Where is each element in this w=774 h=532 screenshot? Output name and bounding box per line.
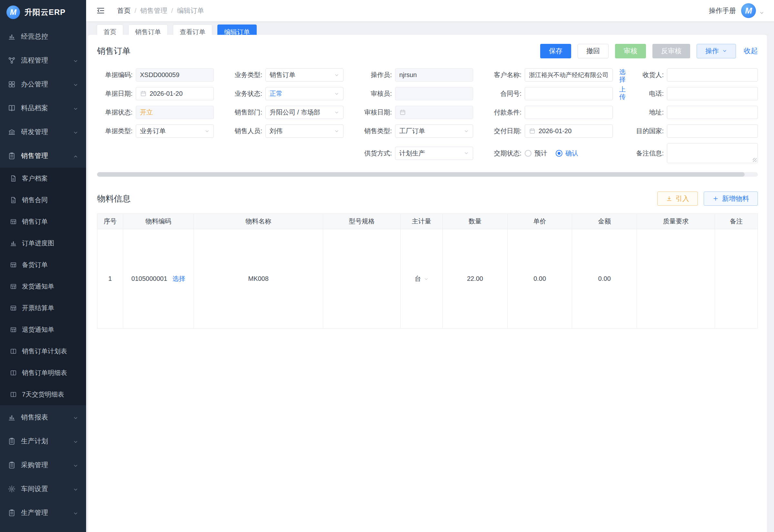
save-button[interactable]: 保存 (540, 44, 571, 58)
withdraw-button[interactable]: 撤回 (578, 44, 609, 58)
actions-dropdown-button[interactable]: 操作 (697, 44, 736, 58)
cell-qty[interactable]: 22.00 (443, 229, 508, 329)
sidebar-item-order-progress[interactable]: 订单进度图 (0, 232, 86, 254)
cell-price[interactable]: 0.00 (507, 229, 572, 329)
customer-value: 浙江裕兴不动产经纪有限公司 (529, 71, 609, 79)
clipboard-icon (8, 509, 16, 517)
horizontal-scrollbar (97, 172, 758, 177)
cell-quality[interactable] (637, 229, 715, 329)
sidebar-item-rd-mgmt[interactable]: 研发管理 (0, 120, 86, 144)
sidebar-item-sales-mgmt[interactable]: 销售管理 (0, 144, 86, 168)
consignee-input[interactable] (667, 68, 758, 82)
radio-expected[interactable]: 预计 (525, 149, 547, 158)
add-material-button[interactable]: 新增物料 (704, 192, 758, 206)
sidebar-item-sales-contract[interactable]: 销售合同 (0, 189, 86, 211)
field-label: 销售类型: (356, 127, 395, 135)
breadcrumb: 首页 销售管理 编辑订单 (117, 6, 204, 15)
bank-icon (8, 128, 16, 136)
sidebar-item-invoice-settle[interactable]: 开票结算单 (0, 297, 86, 319)
audit-button[interactable]: 审核 (615, 44, 646, 58)
doc-no-value: XSDD000059 (140, 71, 179, 79)
avatar[interactable]: M (741, 3, 756, 18)
chevron-down-icon[interactable] (759, 10, 764, 15)
radio-confirmed[interactable]: 确认 (556, 149, 578, 158)
supply-mode-select[interactable]: 计划生产 (395, 147, 473, 160)
customer-input[interactable]: 浙江裕兴不动产经纪有限公司 (525, 68, 613, 82)
card-header: 销售订单 保存 撤回 审核 反审核 操作 收起 (97, 35, 758, 67)
doc-no-input[interactable]: XSDD000059 (136, 68, 214, 82)
reverse-audit-button[interactable]: 反审核 (652, 44, 690, 58)
material-select-link[interactable]: 选择 (173, 275, 185, 282)
cell-material-name[interactable]: MK008 (193, 229, 323, 329)
calendar-icon (399, 109, 406, 116)
app-logo-icon: M (6, 5, 20, 19)
breadcrumb-home[interactable]: 首页 (117, 6, 131, 15)
sidebar-item-sales-order-detail[interactable]: 销售订单明细表 (0, 362, 86, 384)
scrollbar-thumb[interactable] (97, 172, 745, 177)
app-logo[interactable]: M 升阳云ERP (0, 0, 86, 25)
col-price: 单价 (507, 214, 572, 229)
sidebar-item-sales-order[interactable]: 销售订单 (0, 211, 86, 232)
cell-spec[interactable] (323, 229, 401, 329)
main-card: 销售订单 保存 撤回 审核 反审核 操作 收起 单据编码: XSDD000059… (88, 35, 767, 532)
col-seq: 序号 (97, 214, 123, 229)
sales-submenu: 客户档案 销售合同 销售订单 订单进度图 备货订单 发货通知单 开票结算单 退 (0, 168, 86, 405)
sidebar-item-label: 订单进度图 (22, 239, 54, 248)
sidebar-item-delivery-notice[interactable]: 发货通知单 (0, 276, 86, 297)
sidebar-item-sales-report[interactable]: 销售报表 (0, 405, 86, 429)
sidebar-item-stock-order[interactable]: 备货订单 (0, 254, 86, 276)
sidebar-item-workshop-settings[interactable]: 车间设置 (0, 477, 86, 501)
col-material-code: 物料编码 (123, 214, 193, 229)
sidebar-item-label: 研发管理 (21, 127, 48, 136)
sidebar-item-production-mgmt[interactable]: 生产管理 (0, 501, 86, 525)
sales-dept-select[interactable]: 升阳公司 / 市场部 (265, 106, 343, 119)
doc-type-select[interactable]: 业务订单 (136, 124, 214, 138)
dest-country-input[interactable] (667, 124, 758, 138)
collapse-link[interactable]: 收起 (744, 46, 758, 56)
sidebar-item-business-overview[interactable]: 经营总控 (0, 25, 86, 48)
operator-input[interactable]: njrsun (395, 68, 473, 82)
sidebar-item-office-mgmt[interactable]: 办公管理 (0, 72, 86, 96)
address-input[interactable] (667, 106, 758, 119)
sidebar-item-seven-day-delivery[interactable]: 7天交货明细表 (0, 384, 86, 405)
biz-status-select[interactable]: 正常 (265, 87, 343, 100)
sidebar-item-customer-archive[interactable]: 客户档案 (0, 168, 86, 189)
sidebar-item-material-archive[interactable]: 料品档案 (0, 96, 86, 120)
chevron-down-icon (73, 82, 78, 87)
delivery-date-input[interactable]: 2026-01-20 (525, 124, 613, 138)
col-qty: 数量 (443, 214, 508, 229)
breadcrumb-sales-mgmt[interactable]: 销售管理 (131, 6, 167, 15)
customer-select-link[interactable]: 选择 (619, 68, 626, 83)
sidebar-item-purchase-mgmt[interactable]: 采购管理 (0, 453, 86, 477)
remark-textarea[interactable] (667, 143, 758, 163)
contract-no-input[interactable] (525, 87, 613, 100)
chevron-down-icon (334, 129, 339, 134)
sidebar-item-process-mgmt[interactable]: 流程管理 (0, 48, 86, 72)
cell-unit[interactable]: 台 (401, 229, 443, 329)
import-button[interactable]: 引入 (657, 192, 698, 206)
material-code-value: 0105000001 (131, 275, 167, 282)
sidebar-item-sales-order-plan[interactable]: 销售订单计划表 (0, 340, 86, 362)
field-customer: 客户名称: 浙江裕兴不动产经纪有限公司 选择 上传 (486, 68, 628, 82)
columns-icon (10, 369, 17, 377)
payment-terms-input[interactable] (525, 106, 613, 119)
biz-type-value: 销售订单 (270, 71, 295, 79)
cell-remark[interactable] (715, 229, 758, 329)
manual-link[interactable]: 操作手册 (709, 6, 736, 15)
sidebar-item-production-plan[interactable]: 生产计划 (0, 429, 86, 453)
salesperson-select[interactable]: 刘伟 (265, 124, 343, 138)
chart-icon (8, 33, 16, 41)
sales-type-select[interactable]: 工厂订单 (395, 124, 473, 138)
sidebar-item-return-notice[interactable]: 退货通知单 (0, 319, 86, 340)
customer-upload-link[interactable]: 上传 (619, 86, 626, 101)
audit-date-input[interactable] (395, 106, 473, 119)
auditor-input[interactable] (395, 87, 473, 100)
sidebar-item-clipped[interactable] (0, 525, 86, 532)
doc-date-input[interactable]: 2026-01-20 (136, 87, 214, 100)
sales-dept-value: 升阳公司 / 市场部 (270, 108, 320, 117)
biz-type-select[interactable]: 销售订单 (265, 68, 343, 82)
doc-status-input[interactable]: 开立 (136, 106, 214, 119)
menu-fold-icon[interactable] (96, 6, 105, 15)
phone-input[interactable] (667, 87, 758, 100)
file-icon (10, 196, 17, 204)
